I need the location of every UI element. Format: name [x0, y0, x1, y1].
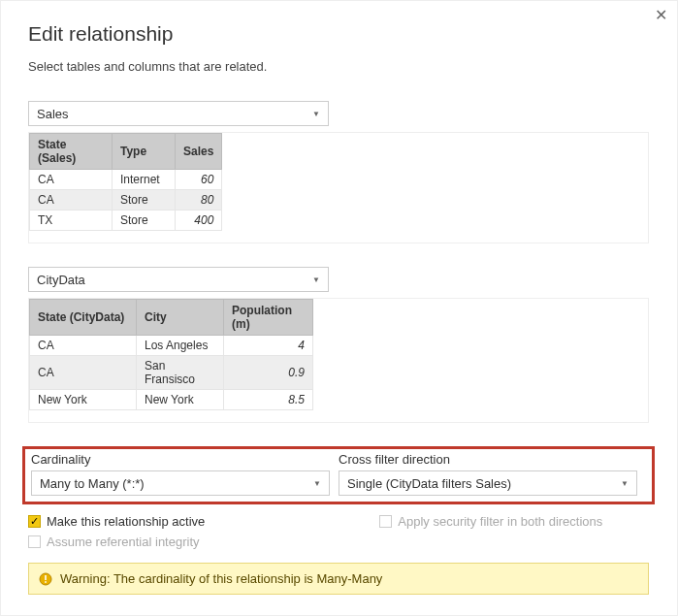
table2-grid: State (CityData) City Population (m) CA … — [29, 299, 313, 410]
warning-bar: Warning: The cardinality of this relatio… — [28, 563, 649, 595]
cell: Los Angeles — [137, 336, 224, 356]
cell: 400 — [176, 211, 222, 231]
relationship-options-highlight: Cardinality Many to Many (*:*) ▼ Cross f… — [22, 446, 655, 504]
table-row[interactable]: New York New York 8.5 — [30, 390, 313, 410]
table-row[interactable]: CA San Fransisco 0.9 — [30, 356, 313, 390]
edit-relationship-dialog: Edit relationship Select tables and colu… — [1, 1, 677, 616]
cell: CA — [30, 356, 137, 390]
table1-col-type[interactable]: Type — [113, 134, 176, 170]
crossfilter-label: Cross filter direction — [339, 452, 646, 467]
table1-col-sales[interactable]: Sales — [176, 134, 222, 170]
table2-select-value: CityData — [37, 273, 85, 287]
cardinality-value: Many to Many (*:*) — [40, 476, 145, 491]
cell: 8.5 — [224, 390, 313, 410]
svg-rect-1 — [45, 575, 47, 580]
crossfilter-select[interactable]: Single (CityData filters Sales) ▼ — [339, 470, 637, 496]
chevron-down-icon: ▼ — [312, 110, 320, 118]
apply-security-checkbox: Apply security filter in both directions — [379, 514, 602, 529]
cell: CA — [30, 170, 113, 190]
dialog-subtitle: Select tables and columns that are relat… — [28, 59, 650, 74]
svg-rect-2 — [45, 581, 47, 583]
close-icon[interactable]: ✕ — [655, 6, 667, 24]
table2-col-pop[interactable]: Population (m) — [224, 300, 313, 336]
chevron-down-icon: ▼ — [312, 276, 320, 284]
cell: 60 — [176, 170, 222, 190]
cell: New York — [30, 390, 137, 410]
table-row[interactable]: CA Store 80 — [30, 190, 222, 211]
table1-col-state[interactable]: State (Sales) — [30, 134, 113, 170]
cell: 4 — [224, 336, 313, 356]
cell: Store — [113, 211, 176, 231]
table1-preview: State (Sales) Type Sales CA Internet 60 … — [28, 132, 649, 243]
table-row[interactable]: CA Internet 60 — [30, 170, 222, 190]
apply-security-label: Apply security filter in both directions — [398, 514, 602, 529]
table2-preview: State (CityData) City Population (m) CA … — [28, 298, 649, 423]
checkbox-icon: ✓ — [28, 515, 41, 528]
checkbox-icon — [28, 535, 41, 548]
cell: CA — [30, 190, 113, 211]
cell: 80 — [176, 190, 222, 211]
cell: Internet — [113, 170, 176, 190]
chevron-down-icon: ▼ — [313, 479, 321, 488]
cell: CA — [30, 336, 137, 356]
cell: Store — [113, 190, 176, 211]
cell: New York — [137, 390, 224, 410]
chevron-down-icon: ▼ — [621, 479, 629, 488]
crossfilter-value: Single (CityData filters Sales) — [347, 476, 511, 491]
make-active-checkbox[interactable]: ✓ Make this relationship active — [28, 514, 205, 529]
assume-referential-checkbox: Assume referential integrity — [28, 535, 650, 549]
checkbox-icon — [379, 515, 392, 528]
assume-referential-label: Assume referential integrity — [47, 535, 200, 549]
cell: 0.9 — [224, 356, 313, 390]
table-row[interactable]: CA Los Angeles 4 — [30, 336, 313, 356]
table2-select[interactable]: CityData ▼ — [28, 267, 329, 292]
make-active-label: Make this relationship active — [47, 514, 205, 529]
warning-text: Warning: The cardinality of this relatio… — [60, 571, 382, 586]
table1-select-value: Sales — [37, 107, 69, 121]
dialog-title: Edit relationship — [28, 22, 650, 46]
table-row[interactable]: TX Store 400 — [30, 211, 222, 231]
cell: San Fransisco — [137, 356, 224, 390]
cardinality-select[interactable]: Many to Many (*:*) ▼ — [31, 470, 330, 496]
cardinality-label: Cardinality — [31, 452, 339, 467]
warning-icon — [39, 572, 52, 586]
table2-col-city[interactable]: City — [137, 300, 224, 336]
table1-grid: State (Sales) Type Sales CA Internet 60 … — [29, 133, 222, 231]
table2-col-state[interactable]: State (CityData) — [30, 300, 137, 336]
table1-select[interactable]: Sales ▼ — [28, 101, 329, 126]
cell: TX — [30, 211, 113, 231]
